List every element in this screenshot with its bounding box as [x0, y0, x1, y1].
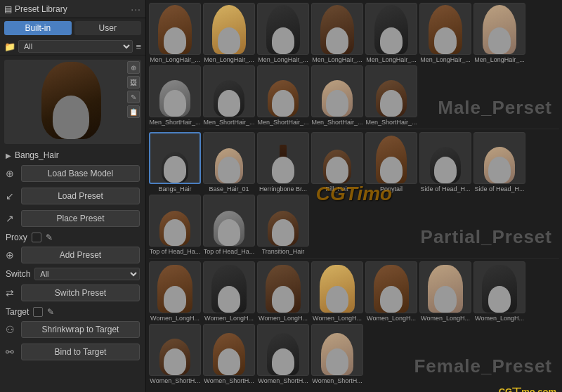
preset-thumb[interactable]	[311, 261, 363, 313]
add-preset-button[interactable]: Add Preset	[21, 247, 140, 263]
preset-library-icon: ▤	[4, 4, 12, 14]
list-item[interactable]: Men_LongHair_...	[203, 3, 255, 63]
list-item[interactable]: Men_ShortHair_...	[365, 65, 417, 126]
preset-thumb[interactable]	[473, 3, 525, 55]
preset-label: Men_LongHair_...	[257, 56, 309, 63]
filter-row: 📁 All ≡	[0, 38, 145, 55]
switch-select[interactable]: All	[34, 268, 140, 280]
panel-header: ▤ Preset Library ···	[0, 0, 145, 18]
preset-thumb[interactable]	[311, 3, 363, 55]
bind-target-row: ⚯ Bind to Target	[0, 341, 145, 363]
list-item[interactable]: Men_LongHair_...	[257, 3, 309, 63]
proxy-color-swatch[interactable]	[32, 233, 41, 242]
preset-thumb[interactable]	[365, 65, 417, 117]
list-item[interactable]: Men_ShortHair_...	[257, 65, 309, 126]
preset-thumb[interactable]	[203, 324, 255, 376]
list-item[interactable]: Women_LongH...	[203, 261, 255, 322]
list-item[interactable]: Women_LongH...	[473, 261, 525, 322]
preset-thumb[interactable]	[203, 261, 255, 313]
list-item[interactable]: Top of Head_Ha...	[149, 195, 201, 255]
list-item[interactable]: Men_LongHair_...	[419, 3, 471, 63]
filter-select[interactable]: All	[18, 40, 133, 53]
preview-tool-2[interactable]: 🖼	[127, 76, 140, 89]
list-item[interactable]: Transition_Hair	[257, 195, 309, 255]
preset-thumb[interactable]	[473, 261, 525, 313]
preset-thumb[interactable]	[473, 132, 525, 184]
preset-thumb[interactable]	[257, 3, 309, 55]
load-preset-button[interactable]: Load Preset	[21, 188, 140, 204]
list-item[interactable]: Ponytail	[365, 132, 417, 192]
male-preset-grid: Men_LongHair_... Men_LongHair_... Men_Lo…	[149, 3, 559, 126]
preset-thumb[interactable]	[257, 132, 309, 184]
list-item[interactable]: Women_ShortH...	[203, 324, 255, 384]
preset-thumb[interactable]	[149, 324, 201, 376]
list-item[interactable]: Men_ShortHair_...	[149, 65, 201, 126]
preset-label: Herringbone Br...	[257, 185, 309, 192]
preset-thumb[interactable]	[419, 261, 471, 313]
preset-thumb[interactable]	[203, 3, 255, 55]
preset-thumb[interactable]	[149, 195, 201, 247]
shrinkwrap-button[interactable]: Shrinkwrap to Target	[21, 321, 140, 338]
list-item[interactable]: Women_LongH...	[257, 261, 309, 322]
list-item[interactable]: Women_ShortH...	[257, 324, 309, 384]
preset-thumb[interactable]	[365, 132, 417, 184]
preset-thumb[interactable]	[311, 65, 363, 117]
list-item[interactable]: Pill_Hair	[311, 132, 363, 192]
list-item[interactable]: Women_ShortH...	[149, 324, 201, 384]
list-item[interactable]: Herringbone Br...	[257, 132, 309, 192]
target-eyedropper-icon[interactable]: ✎	[47, 307, 54, 317]
list-item[interactable]: Side of Head_H...	[419, 132, 471, 192]
list-item[interactable]: Men_LongHair_...	[149, 3, 201, 63]
preset-thumb[interactable]	[203, 65, 255, 117]
preset-thumb[interactable]	[149, 65, 201, 117]
list-item[interactable]: Top of Head_Ha...	[203, 195, 255, 255]
filter-list-icon[interactable]: ≡	[136, 41, 141, 52]
proxy-eyedropper-icon[interactable]: ✎	[46, 233, 53, 242]
list-item[interactable]: Men_ShortHair_...	[203, 65, 255, 126]
list-item[interactable]: Men_LongHair_...	[473, 3, 525, 63]
preset-thumb[interactable]	[257, 261, 309, 313]
preset-thumb[interactable]	[365, 261, 417, 313]
list-item[interactable]: Women_ShortH...	[311, 324, 363, 384]
preset-thumb[interactable]	[311, 132, 363, 184]
preset-thumb[interactable]	[311, 324, 363, 376]
preset-thumb[interactable]	[203, 132, 255, 184]
load-base-button[interactable]: Load Base Model	[21, 165, 140, 182]
preset-thumb[interactable]	[365, 3, 417, 55]
preset-thumb[interactable]	[419, 132, 471, 184]
place-preset-icon: ↗	[6, 213, 18, 224]
target-color-swatch[interactable]	[33, 307, 43, 317]
list-item[interactable]: Base_Hair_01	[203, 132, 255, 192]
preview-area: ⊕ 🖼 ✎ 📋	[4, 60, 141, 144]
preset-name: Bangs_Hair	[15, 150, 59, 160]
preset-label: Women_ShortH...	[203, 377, 255, 384]
preview-tool-4[interactable]: 📋	[127, 105, 140, 118]
tab-user[interactable]: User	[74, 21, 142, 35]
preset-thumb[interactable]	[149, 3, 201, 55]
list-item[interactable]: Women_LongH...	[419, 261, 471, 322]
preset-label: Men_LongHair_...	[419, 56, 471, 63]
list-item[interactable]: Men_LongHair_...	[365, 3, 417, 63]
list-item[interactable]: Women_LongH...	[311, 261, 363, 322]
list-item[interactable]: Women_LongH...	[149, 261, 201, 322]
list-item[interactable]: Side of Head_H...	[473, 132, 525, 192]
preset-thumb[interactable]	[149, 261, 201, 313]
list-item[interactable]: Women_LongH...	[365, 261, 417, 322]
switch-preset-button[interactable]: Switch Preset	[21, 285, 140, 301]
panel-options-icon[interactable]: ···	[131, 4, 141, 15]
list-item[interactable]: Bangs_Hair	[149, 132, 201, 192]
divider-2	[149, 258, 559, 259]
preset-thumb[interactable]	[257, 324, 309, 376]
preset-thumb[interactable]	[257, 65, 309, 117]
preset-thumb[interactable]	[419, 3, 471, 55]
preview-tool-1[interactable]: ⊕	[127, 61, 140, 74]
preview-tool-3[interactable]: ✎	[127, 91, 140, 103]
list-item[interactable]: Men_LongHair_...	[311, 3, 363, 63]
place-preset-button[interactable]: Place Preset	[21, 210, 140, 227]
tab-builtin[interactable]: Built-in	[4, 21, 72, 35]
preset-thumb[interactable]	[203, 195, 255, 247]
preset-thumb[interactable]	[149, 132, 201, 184]
preset-thumb[interactable]	[257, 195, 309, 247]
list-item[interactable]: Men_ShortHair_...	[311, 65, 363, 126]
bind-target-button[interactable]: Bind to Target	[21, 344, 140, 360]
